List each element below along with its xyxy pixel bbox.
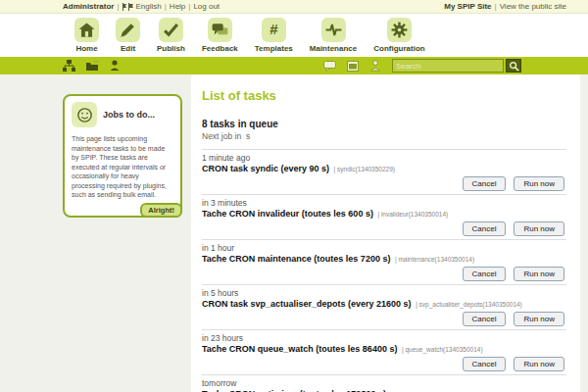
task-title: Tache CRON queue_watch (toutes les 86400… bbox=[202, 343, 566, 356]
top-bar-left: Administrator | English | Help | Log out bbox=[63, 2, 220, 11]
task-row: tomorrow Tache CRON optimiser (toutes le… bbox=[202, 375, 566, 392]
language-icon bbox=[122, 3, 133, 11]
task-title: Tache CRON maintenance (toutes les 7200 … bbox=[202, 253, 566, 266]
jobs-note-title: Jobs to do... bbox=[103, 110, 155, 120]
search-button[interactable] bbox=[506, 59, 521, 73]
nav-label: Maintenance bbox=[310, 44, 357, 53]
cancel-button[interactable]: Cancel bbox=[463, 176, 507, 191]
search-input[interactable] bbox=[392, 59, 504, 73]
author-icon[interactable] bbox=[369, 60, 381, 72]
separator: | bbox=[117, 2, 119, 11]
site-tree-icon[interactable] bbox=[63, 60, 75, 73]
nav-item-feedback[interactable]: Feedback bbox=[202, 14, 238, 53]
nav-label: Configuration bbox=[373, 44, 424, 53]
task-title: CRON task svp_actualiser_depots (every 2… bbox=[202, 298, 566, 311]
task-detail: | svp_actualiser_depots(1340350014) bbox=[416, 301, 522, 308]
task-actions: Cancel Run now bbox=[202, 312, 564, 326]
task-detail: | invalideur(1340350014) bbox=[377, 211, 448, 218]
task-name: CRON task syndic (every 90 s) bbox=[202, 164, 332, 173]
task-when: in 1 hour bbox=[202, 243, 566, 253]
language-link[interactable]: English bbox=[136, 2, 162, 11]
home-icon bbox=[74, 18, 99, 42]
nav-item-edit[interactable]: Edit bbox=[116, 14, 140, 53]
task-actions: Cancel Run now bbox=[202, 176, 564, 191]
task-detail: | maintenance(1340350014) bbox=[395, 256, 474, 263]
current-user[interactable]: Administrator bbox=[63, 2, 114, 11]
run-now-button[interactable]: Run now bbox=[514, 267, 564, 281]
nav-label: Publish bbox=[157, 44, 185, 53]
task-panel: List of tasks 8 tasks in queue Next job … bbox=[191, 74, 580, 392]
task-row: 1 minute ago CRON task syndic (every 90 … bbox=[202, 150, 566, 195]
task-detail: | syndic(1340350229) bbox=[334, 166, 395, 172]
nav-label: Edit bbox=[121, 44, 135, 53]
separator: | bbox=[188, 2, 190, 11]
add-section-icon[interactable] bbox=[86, 61, 99, 72]
task-row: in 3 minutes Tache CRON invalideur (tout… bbox=[202, 195, 566, 240]
publish-icon bbox=[159, 18, 183, 42]
smiley-icon bbox=[72, 102, 97, 127]
task-name: Tache CRON maintenance (toutes les 7200 … bbox=[202, 254, 393, 264]
calendar-icon[interactable] bbox=[347, 61, 359, 72]
top-bar: Administrator | English | Help | Log out… bbox=[0, 0, 588, 14]
quick-toolbar bbox=[0, 57, 588, 74]
site-name: My SPIP Site bbox=[444, 2, 491, 11]
cancel-button[interactable]: Cancel bbox=[463, 312, 507, 326]
task-actions: Cancel Run now bbox=[202, 357, 564, 371]
cancel-button[interactable]: Cancel bbox=[463, 357, 507, 371]
message-icon[interactable] bbox=[323, 61, 336, 72]
nav-label: Feedback bbox=[202, 44, 238, 53]
task-row: in 1 hour Tache CRON maintenance (toutes… bbox=[202, 240, 566, 285]
run-now-button[interactable]: Run now bbox=[514, 221, 564, 236]
help-link[interactable]: Help bbox=[170, 2, 185, 11]
task-name: Tache CRON invalideur (toutes les 600 s) bbox=[202, 209, 375, 219]
cancel-button[interactable]: Cancel bbox=[463, 267, 507, 281]
main-nav: Home Edit Publish Feedback # Templates bbox=[0, 14, 588, 57]
page-title: List of tasks bbox=[202, 88, 566, 103]
task-actions: Cancel Run now bbox=[202, 267, 564, 281]
task-name: Tache CRON queue_watch (toutes les 86400… bbox=[202, 344, 400, 354]
jobs-note-box: Jobs to do... This page lists upcoming m… bbox=[63, 94, 182, 218]
task-title: Tache CRON invalideur (toutes les 600 s)… bbox=[202, 208, 566, 220]
templates-icon: # bbox=[262, 18, 286, 42]
alright-button[interactable]: Alright! bbox=[140, 203, 182, 218]
maintenance-icon bbox=[321, 18, 346, 42]
nav-item-maintenance[interactable]: Maintenance bbox=[310, 14, 357, 53]
run-now-button[interactable]: Run now bbox=[514, 357, 564, 371]
task-when: in 3 minutes bbox=[202, 198, 566, 208]
content-area: Jobs to do... This page lists upcoming m… bbox=[0, 74, 588, 392]
nav-label: Home bbox=[75, 44, 97, 53]
configuration-icon bbox=[387, 18, 412, 42]
task-row: in 23 hours Tache CRON queue_watch (tout… bbox=[202, 330, 566, 375]
nav-item-configuration[interactable]: Configuration bbox=[373, 14, 424, 53]
task-when: tomorrow bbox=[202, 378, 566, 388]
task-row: in 5 hours CRON task svp_actualiser_depo… bbox=[202, 285, 566, 330]
run-now-button[interactable]: Run now bbox=[514, 176, 564, 191]
separator: | bbox=[495, 2, 497, 11]
task-when: 1 minute ago bbox=[202, 153, 566, 163]
queue-summary: 8 tasks in queue bbox=[202, 119, 566, 129]
cancel-button[interactable]: Cancel bbox=[463, 221, 507, 236]
task-list: 1 minute ago CRON task syndic (every 90 … bbox=[202, 149, 566, 392]
task-name: CRON task svp_actualiser_depots (every 2… bbox=[202, 299, 414, 309]
task-when: in 23 hours bbox=[202, 333, 566, 343]
feedback-icon bbox=[208, 18, 232, 42]
logout-link[interactable]: Log out bbox=[193, 2, 220, 11]
edit-icon bbox=[116, 18, 140, 42]
nav-item-templates[interactable]: # Templates bbox=[255, 14, 293, 53]
top-bar-right: My SPIP Site | View the public site bbox=[444, 2, 566, 11]
magnifier-icon bbox=[509, 61, 519, 72]
svg-text:#: # bbox=[270, 21, 278, 37]
nav-item-home[interactable]: Home bbox=[74, 14, 99, 53]
view-public-site-link[interactable]: View the public site bbox=[500, 2, 566, 11]
jobs-note-body: This page lists upcoming maintenance tas… bbox=[72, 134, 173, 200]
task-when: in 5 hours bbox=[202, 288, 566, 298]
nav-item-publish[interactable]: Publish bbox=[157, 14, 185, 53]
task-title: Tache CRON optimiser (toutes les 172800 … bbox=[202, 388, 566, 392]
run-now-button[interactable]: Run now bbox=[514, 312, 564, 326]
task-detail: | queue_watch(1340350014) bbox=[402, 346, 483, 353]
spip-admin-screen: Administrator | English | Help | Log out… bbox=[0, 0, 588, 392]
task-title: CRON task syndic (every 90 s) | syndic(1… bbox=[202, 163, 566, 175]
add-author-icon[interactable] bbox=[110, 60, 121, 72]
jobs-note-header: Jobs to do... bbox=[72, 102, 173, 127]
separator: | bbox=[165, 2, 167, 11]
